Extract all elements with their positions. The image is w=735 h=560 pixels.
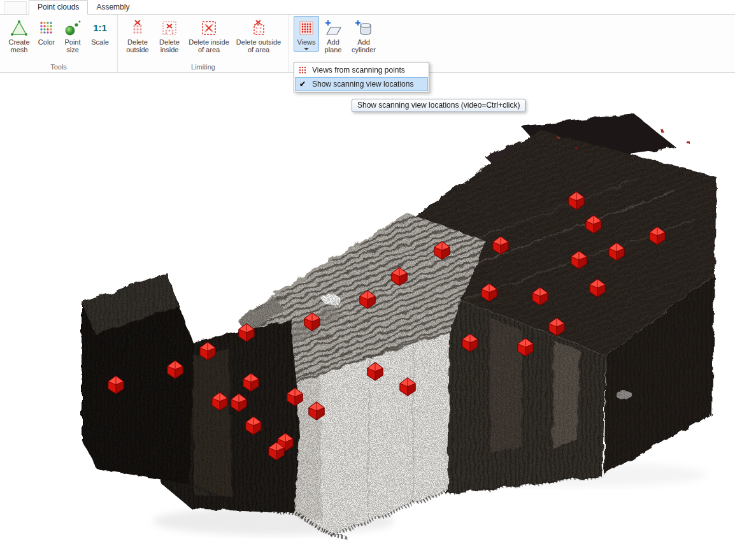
views-label: Views [297, 38, 315, 46]
create-mesh-button[interactable]: Create mesh [4, 16, 34, 55]
add-cylinder-button[interactable]: Add cylinder [347, 16, 380, 55]
ribbon-tab-bar: Point clouds Assembly [0, 0, 735, 15]
point-cloud-viewport[interactable] [0, 73, 735, 560]
application-window: Point clouds Assembly Create mesh [0, 0, 735, 560]
delete-outside-area-label: Delete outside of area [234, 38, 283, 54]
group-label-limiting: Limiting [122, 62, 285, 72]
create-mesh-label: Create mesh [6, 38, 32, 54]
menu-item-label: Show scanning view locations [312, 80, 413, 89]
menu-item-show-scanning-view-locations[interactable]: ✔ Show scanning view locations [295, 77, 428, 91]
delete-inside-area-button[interactable]: Delete inside of area [186, 16, 232, 55]
tooltip: Show scanning view locations (video=Ctrl… [352, 99, 525, 112]
add-plane-button[interactable]: Add plane [320, 16, 346, 55]
point-size-label: Point size [61, 38, 85, 54]
check-icon: ✔ [297, 80, 308, 89]
color-icon [38, 18, 55, 38]
views-icon [298, 18, 315, 38]
delete-inside-icon [161, 18, 178, 38]
tab-assembly[interactable]: Assembly [88, 1, 138, 14]
add-cylinder-icon [355, 18, 373, 38]
menu-item-label: Views from scanning points [312, 66, 405, 75]
point-cloud-model [0, 73, 735, 560]
create-mesh-icon [10, 18, 29, 38]
delete-outside-area-icon [250, 18, 267, 38]
file-tab-stub[interactable] [4, 1, 27, 14]
scale-icon: 1:1 [90, 18, 110, 38]
delete-outside-area-button[interactable]: Delete outside of area [233, 16, 284, 55]
ribbon-group-limiting: Delete outside Delete inside Delete insi… [118, 15, 289, 72]
tab-point-clouds[interactable]: Point clouds [29, 0, 88, 15]
menu-item-views-from-scanning-points[interactable]: Views from scanning points [295, 63, 428, 77]
add-plane-label: Add plane [322, 38, 345, 54]
views-dropdown-menu: Views from scanning points ✔ Show scanni… [294, 62, 429, 92]
views-button[interactable]: Views [294, 16, 319, 52]
delete-inside-label: Delete inside [155, 38, 183, 54]
point-size-icon [64, 18, 82, 38]
scan-points-grid-icon [297, 66, 308, 75]
add-plane-icon [324, 18, 343, 38]
group-label-tools: Tools [4, 62, 113, 72]
delete-outside-label: Delete outside [124, 38, 152, 54]
delete-inside-button[interactable]: Delete inside [154, 16, 185, 55]
color-button[interactable]: Color [35, 16, 58, 47]
delete-inside-area-label: Delete inside of area [187, 38, 231, 54]
color-label: Color [38, 38, 55, 46]
scale-label: Scale [91, 38, 109, 46]
delete-outside-icon [129, 18, 146, 38]
ribbon-group-tools: Create mesh Color [0, 15, 118, 72]
add-cylinder-label: Add cylinder [348, 38, 379, 54]
scale-button[interactable]: 1:1 Scale [87, 16, 113, 47]
delete-inside-area-icon [201, 18, 217, 38]
chevron-down-icon [304, 48, 309, 50]
delete-outside-button[interactable]: Delete outside [122, 16, 153, 55]
svg-text:1:1: 1:1 [93, 22, 107, 33]
point-size-button[interactable]: Point size [59, 16, 86, 55]
